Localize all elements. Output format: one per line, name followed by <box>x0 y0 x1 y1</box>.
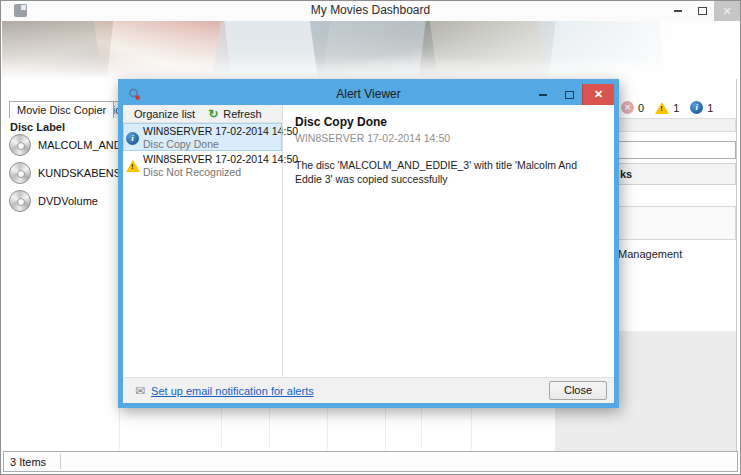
maximize-button[interactable] <box>690 1 714 21</box>
maximize-icon <box>698 7 707 15</box>
alert-detail-title: Disc Copy Done <box>295 115 602 129</box>
window-title: My Movies Dashboard <box>1 3 740 17</box>
tasks-label-fragment: ks <box>620 168 632 180</box>
alert-list-item[interactable]: ! WIN8SERVER 17-02-2014 14:50 Disc Not R… <box>123 151 282 179</box>
warning-icon-wrap: ! <box>126 160 140 172</box>
alert-summary: Disc Not Recognized <box>143 166 280 178</box>
main-titlebar: My Movies Dashboard ✕ <box>1 1 740 21</box>
alert-source: WIN8SERVER 17-02-2014 14:50 <box>143 125 280 137</box>
close-button[interactable]: ✕ <box>714 1 740 21</box>
grid-line <box>119 406 120 450</box>
organize-list-button[interactable]: Organize list <box>134 108 195 120</box>
info-icon: i <box>690 101 703 114</box>
info-glyph: i <box>131 133 134 143</box>
close-icon: ✕ <box>594 88 603 101</box>
grid-line <box>471 406 472 450</box>
banner-collage <box>2 21 741 79</box>
refresh-button[interactable]: Refresh <box>223 108 262 120</box>
items-count: 3 Items <box>10 456 46 468</box>
status-bar-separator <box>60 454 61 469</box>
alert-list-panel: Organize list ↻ Refresh i WIN8SERVER 17-… <box>123 105 283 377</box>
maximize-icon <box>565 91 574 99</box>
main-window: My Movies Dashboard ✕ Movie Disc Copier … <box>0 0 741 475</box>
alert-detail-panel: Disc Copy Done WIN8SERVER 17-02-2014 14:… <box>283 105 614 377</box>
right-panel-background <box>555 408 736 451</box>
grid-line <box>385 406 386 450</box>
minimize-button[interactable] <box>666 1 690 21</box>
management-label: Management <box>618 248 682 260</box>
dialog-minimize-button[interactable] <box>530 84 556 105</box>
dialog-close-button[interactable]: ✕ <box>582 84 614 105</box>
warning-glyph: ! <box>660 104 663 113</box>
alert-list-toolbar: Organize list ↻ Refresh <box>123 105 282 123</box>
info-glyph: i <box>695 102 698 112</box>
right-panel-border <box>736 79 737 451</box>
warning-icon: ! <box>655 102 669 114</box>
warning-icon: ! <box>126 160 140 172</box>
alert-source: WIN8SERVER 17-02-2014 14:50 <box>143 153 280 165</box>
alert-counters[interactable]: ✕ 0 ! 1 i 1 <box>621 101 720 114</box>
disc-label: DVDVolume <box>38 195 98 207</box>
grid-line <box>221 406 222 450</box>
dialog-body: Organize list ↻ Refresh i WIN8SERVER 17-… <box>123 105 614 377</box>
error-count: 0 <box>638 102 644 114</box>
info-count: 1 <box>707 102 713 114</box>
minimize-icon <box>539 94 547 96</box>
dialog-window-controls: ✕ <box>530 84 614 105</box>
disc-icon <box>9 190 31 212</box>
dialog-maximize-button[interactable] <box>556 84 582 105</box>
disc-icon <box>9 162 31 184</box>
warning-count: 1 <box>673 102 679 114</box>
disc-row[interactable]: DVDVolume <box>9 188 98 214</box>
tab-label: Movie Disc Copier <box>17 104 106 116</box>
grid-line <box>327 406 328 450</box>
status-bar: 3 Items <box>3 451 738 472</box>
alert-list-item[interactable]: i WIN8SERVER 17-02-2014 14:50 Disc Copy … <box>123 123 282 151</box>
dialog-titlebar: Alert Viewer ✕ <box>123 84 614 105</box>
email-icon: ✉ <box>135 384 145 398</box>
window-controls: ✕ <box>666 1 740 21</box>
email-notification-link[interactable]: Set up email notification for alerts <box>151 385 314 397</box>
dialog-close-action-button[interactable]: Close <box>549 381 607 400</box>
alert-detail-message: The disc 'MALCOLM_AND_EDDIE_3' with titl… <box>295 158 602 186</box>
minimize-icon <box>674 10 682 12</box>
alert-summary: Disc Copy Done <box>143 138 280 150</box>
tab-movie-disc-copier[interactable]: Movie Disc Copier <box>9 101 114 118</box>
error-glyph: ✕ <box>624 103 631 112</box>
disc-icon <box>9 134 31 156</box>
grid-line <box>421 406 422 450</box>
warning-glyph: ! <box>131 162 134 171</box>
alert-viewer-dialog: Alert Viewer ✕ Organize list ↻ Refresh i… <box>118 79 619 408</box>
alert-detail-source: WIN8SERVER 17-02-2014 14:50 <box>295 132 602 144</box>
banner-fade-overlay <box>2 21 741 79</box>
grid-line <box>269 406 270 450</box>
dialog-footer: ✉ Set up email notification for alerts C… <box>123 377 614 403</box>
info-icon: i <box>126 132 139 145</box>
refresh-icon: ↻ <box>208 109 218 119</box>
error-icon: ✕ <box>621 101 634 114</box>
close-icon: ✕ <box>722 5 731 18</box>
